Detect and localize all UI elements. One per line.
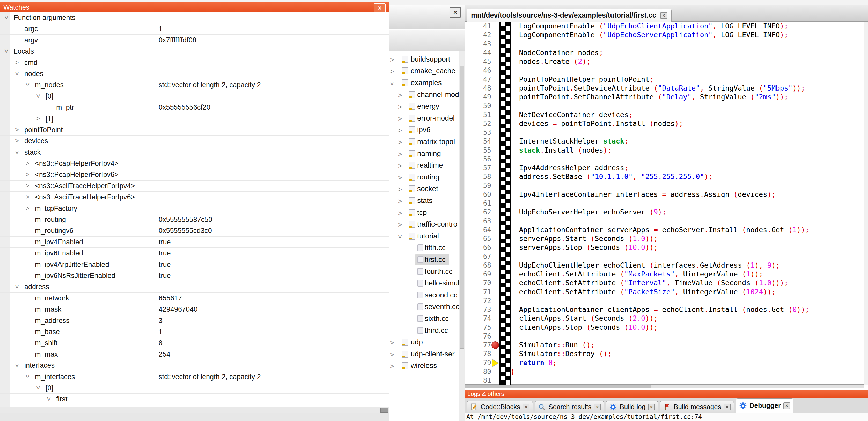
chevron-down-icon[interactable]: >	[13, 150, 21, 154]
watch-row-first[interactable]: >first	[0, 394, 389, 405]
tree-item-buildsupport[interactable]: >buildsupport	[389, 54, 459, 65]
watches-title-bar[interactable]: Watches ×	[0, 2, 389, 12]
chevron-right-icon[interactable]: >	[398, 221, 402, 229]
tree-item-second-cc[interactable]: second.cc	[389, 290, 459, 301]
watch-row-m-shift[interactable]: m_shift8	[0, 337, 389, 349]
watch-row-argc[interactable]: argc1	[0, 23, 389, 34]
chevron-right-icon[interactable]: >	[26, 182, 30, 190]
watch-row-m-routingv6[interactable]: m_routingv60x5555555cd3c0	[0, 225, 389, 236]
chevron-down-icon[interactable]: >	[396, 235, 404, 239]
tree-item-cmake-cache[interactable]: >cmake_cache	[389, 65, 459, 77]
watch-row-cmd[interactable]: >cmd	[0, 57, 389, 68]
watch-row-stack[interactable]: >stack	[0, 147, 389, 158]
watch-row-m-tcpfactory[interactable]: >m_tcpFactory	[0, 203, 389, 214]
watch-row-m-ipv6nsrsjitterenabled[interactable]: m_ipv6NsRsJitterEnabledtrue	[0, 270, 389, 281]
chevron-down-icon[interactable]: >	[389, 82, 396, 85]
chevron-right-icon[interactable]: >	[390, 56, 394, 64]
chevron-right-icon[interactable]: >	[390, 339, 394, 347]
tree-item-first-cc[interactable]: first.cc	[389, 254, 459, 266]
watch-row-m-ptr[interactable]: m_ptr0x55555556cf20	[0, 102, 389, 113]
watch-row--ns3-pcaphelperforipv4-[interactable]: ><ns3::PcapHelperForIpv4>	[0, 158, 389, 169]
chevron-right-icon[interactable]: >	[390, 362, 394, 370]
tree-item-wireless[interactable]: >wireless	[389, 360, 459, 372]
chevron-down-icon[interactable]: >	[3, 49, 10, 53]
watch-row-m-mask[interactable]: m_mask4294967040	[0, 304, 389, 315]
tree-item-ns-3-dev[interactable]: ns-3-dev	[389, 51, 459, 54]
watch-row-function-arguments[interactable]: >Function arguments	[0, 12, 389, 23]
chevron-right-icon[interactable]: >	[398, 162, 402, 170]
logs-title-bar[interactable]: Logs & others	[465, 390, 868, 398]
close-icon[interactable]: ×	[724, 404, 731, 411]
chevron-right-icon[interactable]: >	[398, 197, 402, 205]
close-icon[interactable]: ×	[783, 402, 790, 409]
chevron-down-icon[interactable]: >	[13, 285, 21, 289]
breakpoint-icon[interactable]	[492, 342, 499, 349]
tree-item-examples[interactable]: >examples	[389, 77, 459, 89]
chevron-right-icon[interactable]: >	[26, 160, 30, 167]
breakpoint-margin[interactable]	[499, 22, 511, 385]
tree-item-third-cc[interactable]: third.cc	[389, 325, 459, 337]
chevron-down-icon[interactable]: >	[13, 72, 21, 75]
close-icon[interactable]: ×	[660, 12, 667, 19]
chevron-right-icon[interactable]: >	[15, 137, 19, 144]
watch-row-locals[interactable]: >Locals	[0, 46, 389, 57]
logs-tab-build-messages[interactable]: Build messages×	[660, 401, 734, 413]
chevron-right-icon[interactable]: >	[398, 138, 402, 147]
tree-item-channel-mod[interactable]: >channel-mod	[389, 89, 459, 101]
watch-row-address[interactable]: >address	[0, 281, 389, 292]
tree-item-tutorial[interactable]: >tutorial	[389, 231, 459, 242]
watch-row-m-max[interactable]: m_max254	[0, 349, 389, 360]
tree-item-tcp[interactable]: >tcp	[389, 207, 459, 219]
watch-row--ns3-asciitracehelperforipv4-[interactable]: ><ns3::AsciiTraceHelperForIpv4>	[0, 181, 389, 192]
close-icon[interactable]: ×	[523, 404, 529, 411]
watch-row--1-[interactable]: >[1]	[0, 113, 389, 124]
chevron-down-icon[interactable]: >	[34, 94, 42, 98]
chevron-right-icon[interactable]: >	[390, 351, 394, 359]
editor-tab-first-cc[interactable]: mnt/dev/tools/source/ns-3-dev/examples/t…	[467, 8, 672, 22]
chevron-right-icon[interactable]: >	[398, 91, 402, 99]
close-icon[interactable]: ×	[374, 3, 385, 13]
watch-row-m-interfaces[interactable]: >m_interfacesstd::vector of length 2, ca…	[0, 371, 389, 383]
tree-item-udp-client-ser[interactable]: >udp-client-ser	[389, 349, 459, 360]
tree-item-matrix-topol[interactable]: >matrix-topol	[389, 136, 459, 148]
close-icon[interactable]: ×	[594, 404, 601, 411]
tree-item-energy[interactable]: >energy	[389, 101, 459, 112]
watch-row--0-[interactable]: >[0]	[0, 383, 389, 394]
tree-item-hello-simul[interactable]: hello-simul	[389, 278, 459, 289]
chevron-right-icon[interactable]: >	[398, 174, 402, 182]
chevron-right-icon[interactable]: >	[398, 209, 402, 217]
chevron-down-icon[interactable]: >	[3, 15, 10, 20]
close-icon[interactable]: ×	[450, 7, 461, 18]
logs-tab-code-blocks[interactable]: Code::Blocks×	[467, 401, 533, 413]
chevron-right-icon[interactable]: >	[390, 67, 394, 75]
tree-item-stats[interactable]: >stats	[389, 195, 459, 207]
watch-row-nodes[interactable]: >nodes	[0, 68, 389, 79]
tree-item-socket[interactable]: >socket	[389, 183, 459, 195]
close-icon[interactable]: ×	[648, 404, 655, 411]
tree-item-sixth-cc[interactable]: sixth.cc	[389, 313, 459, 325]
chevron-right-icon[interactable]: >	[398, 115, 402, 123]
tree-item-seventh-cc[interactable]: seventh.cc	[389, 301, 459, 313]
watch-row--ns3-pcaphelperforipv6-[interactable]: ><ns3::PcapHelperForIpv6>	[0, 169, 389, 180]
tree-item-error-model[interactable]: >error-model	[389, 113, 459, 124]
watch-row--ns3-asciitracehelperforipv6-[interactable]: ><ns3::AsciiTraceHelperForIpv6>	[0, 192, 389, 203]
chevron-right-icon[interactable]: >	[398, 103, 402, 111]
tree-item-traffic-contro[interactable]: >traffic-contro	[389, 219, 459, 230]
tree-item-routing[interactable]: >routing	[389, 172, 459, 183]
watch-row-argv[interactable]: argv0x7fffffffdf08	[0, 35, 389, 46]
tree-item-naming[interactable]: >naming	[389, 148, 459, 160]
watch-row-devices[interactable]: >devices	[0, 135, 389, 147]
watch-row--0-[interactable]: >[0]	[0, 91, 389, 102]
watch-row-m-network[interactable]: m_network655617	[0, 293, 389, 304]
watch-row-m-ipv4arpjitterenabled[interactable]: m_ipv4ArpJitterEnabledtrue	[0, 259, 389, 270]
tree-item-fourth-cc[interactable]: fourth.cc	[389, 266, 459, 278]
watch-row-m-ipv6enabled[interactable]: m_ipv6Enabledtrue	[0, 248, 389, 259]
chevron-right-icon[interactable]: >	[15, 126, 19, 133]
logs-tab-debugger[interactable]: Debugger×	[736, 398, 794, 413]
logs-tab-build-log[interactable]: Build log×	[606, 401, 658, 413]
logs-tab-search-results[interactable]: Search results×	[535, 401, 604, 413]
watch-row-interfaces[interactable]: >interfaces	[0, 360, 389, 371]
tree-vscrollbar[interactable]	[459, 51, 465, 421]
watch-row-m-ipv4enabled[interactable]: m_ipv4Enabledtrue	[0, 237, 389, 248]
tree-item-fifth-cc[interactable]: fifth.cc	[389, 242, 459, 254]
